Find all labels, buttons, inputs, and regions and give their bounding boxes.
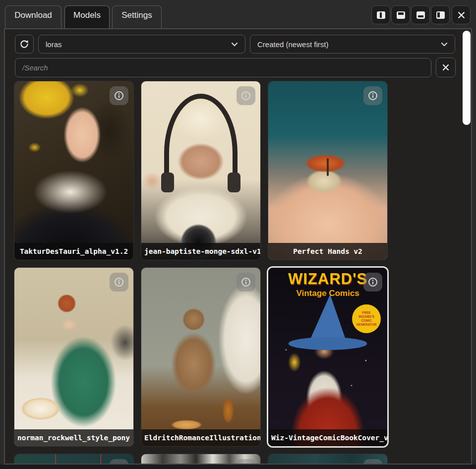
info-button[interactable] [110, 273, 128, 292]
info-icon [367, 90, 378, 101]
model-thumbnail [268, 81, 387, 260]
info-button[interactable] [237, 273, 255, 292]
scrollbar-thumb[interactable] [463, 31, 471, 125]
layout-panel-left-button[interactable] [431, 5, 450, 24]
tab-download[interactable]: Download [5, 5, 61, 28]
clear-search-button[interactable] [436, 58, 456, 77]
panel-bottom-icon [416, 11, 425, 19]
info-icon [240, 277, 251, 288]
layout-panel-bottom-button[interactable] [411, 5, 430, 24]
close-icon [441, 63, 450, 72]
panel-left-icon [436, 11, 445, 19]
info-button[interactable] [237, 459, 255, 465]
layout-split-vertical-button[interactable] [371, 5, 390, 24]
model-thumbnail [141, 81, 260, 260]
tab-download-label: Download [14, 10, 52, 20]
refresh-button[interactable] [15, 35, 34, 54]
model-card[interactable]: TakturDesTauri_alpha_v1.2 [14, 81, 133, 260]
info-button[interactable] [363, 459, 382, 465]
info-icon [367, 277, 378, 288]
cover-badge: FREE WIZARD'S COMIC GENERATOR [352, 304, 381, 333]
model-title: Perfect Hands v2 [268, 243, 387, 260]
wizard-hat-brim-shape [289, 337, 367, 350]
window-bottom-edge [0, 465, 476, 469]
model-card[interactable] [14, 454, 133, 465]
info-button[interactable] [110, 459, 128, 465]
sort-select[interactable]: Created (newest first) [250, 35, 455, 54]
split-vertical-icon [377, 11, 385, 19]
panel-top-icon [397, 11, 405, 19]
model-card[interactable] [141, 454, 260, 465]
info-button[interactable] [237, 86, 255, 105]
model-card[interactable]: WIZARD'S Vintage Comics FREE WIZARD'S CO… [268, 268, 387, 446]
model-title: norman_rockwell_style_pony [14, 429, 133, 446]
tab-models-label: Models [73, 10, 101, 20]
chevron-down-icon [441, 42, 448, 47]
search-input[interactable] [15, 58, 431, 77]
model-thumbnail [14, 81, 133, 260]
info-icon [367, 463, 378, 465]
model-title: jean-baptiste-monge-sdxl-v1 [141, 243, 260, 260]
model-card[interactable]: norman_rockwell_style_pony [14, 268, 133, 446]
refresh-icon [19, 39, 30, 50]
model-card[interactable]: EldritchRomanceIllustration [141, 268, 260, 446]
tab-models[interactable]: Models [64, 5, 110, 28]
chevron-down-icon [231, 42, 238, 47]
info-button[interactable] [363, 86, 382, 105]
tab-settings-label: Settings [121, 10, 152, 20]
model-title: TakturDesTauri_alpha_v1.2 [14, 243, 133, 260]
headphones-shape [164, 94, 238, 190]
info-icon [114, 90, 124, 101]
models-panel: loras Created (newest first) [4, 28, 472, 465]
model-thumbnail: WIZARD'S Vintage Comics FREE WIZARD'S CO… [268, 268, 387, 446]
tab-settings[interactable]: Settings [112, 5, 162, 28]
layout-panel-top-button[interactable] [391, 5, 410, 24]
model-card[interactable] [268, 454, 387, 465]
model-card[interactable]: Perfect Hands v2 [268, 81, 387, 260]
info-icon [240, 463, 251, 465]
info-icon [240, 90, 251, 101]
model-thumbnail [141, 268, 260, 446]
model-title: Wiz-VintageComicBookCover_v1 [268, 429, 387, 446]
model-title: EldritchRomanceIllustration [141, 429, 260, 446]
model-card[interactable]: jean-baptiste-monge-sdxl-v1 [141, 81, 260, 260]
close-button[interactable] [452, 5, 471, 24]
close-icon [457, 10, 466, 20]
model-type-select[interactable]: loras [38, 35, 245, 54]
info-button[interactable] [363, 273, 382, 292]
info-button[interactable] [110, 86, 128, 105]
butterfly-shape [327, 158, 329, 176]
wizard-hat-shape [304, 294, 352, 343]
info-icon [114, 277, 124, 288]
model-type-value: loras [46, 40, 62, 49]
app-window: Download Models Settings loras [0, 0, 476, 469]
model-thumbnail [14, 268, 133, 446]
sort-value: Created (newest first) [257, 40, 328, 49]
info-icon [114, 463, 124, 465]
